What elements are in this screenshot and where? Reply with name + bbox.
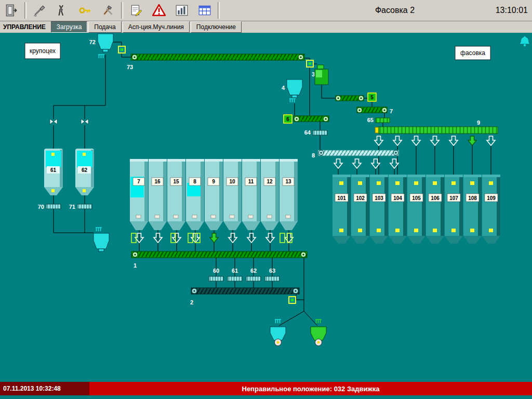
tab-zagruzka[interactable]: Загрузка bbox=[51, 21, 88, 33]
silo-106[interactable]: 106 bbox=[426, 175, 444, 244]
window-title: Фасовка 2 bbox=[322, 6, 468, 15]
valve-70[interactable] bbox=[46, 204, 61, 209]
silo-108[interactable]: 108 bbox=[463, 175, 482, 244]
valve-71[interactable] bbox=[77, 204, 92, 209]
gate-64[interactable] bbox=[313, 130, 327, 135]
hopper-72[interactable] bbox=[98, 34, 113, 52]
silo-107[interactable]: 107 bbox=[445, 175, 463, 244]
aspirator-icon bbox=[275, 320, 281, 323]
silo-label: 109 bbox=[487, 195, 496, 201]
label-70: 70 bbox=[38, 204, 44, 210]
alarm-message[interactable]: Неправильное положение: 032 Задвижка bbox=[89, 382, 532, 395]
key-button[interactable] bbox=[74, 1, 97, 20]
conveyor-8[interactable] bbox=[318, 150, 399, 156]
silo-center-3[interactable]: 15 bbox=[167, 159, 185, 230]
conveyor-73[interactable] bbox=[131, 54, 304, 60]
tab-aspiraciya[interactable]: Асп-ция.Муч.линия bbox=[123, 21, 190, 33]
aspirator-icon bbox=[96, 228, 102, 231]
silo-label: 103 bbox=[375, 195, 383, 201]
trends-icon bbox=[175, 4, 189, 17]
valve-icon[interactable] bbox=[50, 119, 57, 124]
area-label-krupoceh: крупоцех bbox=[25, 43, 60, 59]
exit-button[interactable] bbox=[0, 1, 23, 20]
aspirator-icon bbox=[289, 99, 296, 102]
pliers-button[interactable] bbox=[51, 1, 74, 20]
silo-label: 12 bbox=[267, 179, 273, 184]
gate-63[interactable] bbox=[265, 276, 280, 281]
label-64: 64 bbox=[304, 129, 311, 136]
area-label-text: крупоцех bbox=[30, 47, 56, 55]
silo-center-7[interactable]: 11 bbox=[242, 159, 260, 230]
alarm-bell-icon[interactable] bbox=[520, 36, 530, 46]
silo-label: 10 bbox=[229, 179, 235, 184]
alarm-button[interactable] bbox=[148, 1, 170, 20]
process-diagram: крупоцех фасовка 72 73 3 4 5 7 65 6 64 9… bbox=[0, 33, 532, 382]
silo-label: 7 bbox=[137, 179, 140, 184]
gate-62[interactable] bbox=[246, 276, 261, 281]
control-menu[interactable]: УПРАВЛЕНИЕ bbox=[0, 21, 51, 33]
silo-center-9[interactable]: 13 bbox=[280, 159, 298, 230]
valve-icon[interactable] bbox=[81, 119, 88, 124]
silo-109[interactable]: 109 bbox=[482, 175, 500, 244]
sensor-box-72[interactable] bbox=[118, 46, 125, 53]
tab-podklyuchenie[interactable]: Подключение bbox=[191, 21, 242, 33]
silo-label: 9 bbox=[212, 179, 215, 184]
label-6: 6 bbox=[286, 116, 289, 122]
toolbar-separator bbox=[218, 2, 220, 19]
silo-center-6[interactable]: 10 bbox=[223, 159, 242, 230]
silo-label: 105 bbox=[412, 195, 421, 201]
box-5[interactable]: 5 bbox=[368, 93, 376, 101]
discharge-cart-left[interactable] bbox=[270, 327, 286, 346]
silo-center-1[interactable]: 7 bbox=[130, 159, 148, 230]
clock: 13:10:01 bbox=[496, 6, 528, 15]
tab-podacha[interactable]: Подача bbox=[88, 21, 121, 33]
status-datetime: 07.11.2013 10:32:48 bbox=[0, 382, 89, 395]
conveyor-2[interactable] bbox=[191, 288, 299, 294]
silo-center-5[interactable]: 9 bbox=[205, 159, 223, 230]
silo-105[interactable]: 105 bbox=[407, 175, 425, 244]
silo-103[interactable]: 103 bbox=[370, 175, 388, 244]
silo-102[interactable]: 102 bbox=[351, 175, 369, 244]
elevator-head[interactable] bbox=[315, 65, 328, 85]
trends-button[interactable] bbox=[170, 1, 193, 20]
box-6[interactable]: 6 bbox=[284, 115, 292, 123]
pliers-icon bbox=[56, 4, 69, 17]
label-8: 8 bbox=[312, 152, 315, 158]
aspirator-icon bbox=[98, 55, 104, 58]
sensor-box-3[interactable] bbox=[307, 60, 313, 67]
label-73: 73 bbox=[127, 64, 133, 70]
silo-104[interactable]: 104 bbox=[389, 175, 407, 244]
conveyor-65[interactable] bbox=[376, 118, 390, 123]
silo-101[interactable]: 101 bbox=[332, 175, 351, 244]
alarm-icon bbox=[152, 4, 166, 17]
hopper-left-bottom[interactable] bbox=[94, 233, 109, 251]
gate-60[interactable] bbox=[209, 276, 223, 281]
feeder-conveyor-5[interactable] bbox=[336, 96, 364, 101]
discharge-cart-right[interactable] bbox=[311, 327, 326, 346]
silo-61[interactable]: 61 bbox=[44, 149, 63, 195]
silo-center-2[interactable]: 16 bbox=[149, 159, 167, 230]
conveyor-6[interactable] bbox=[294, 116, 329, 122]
service-icon bbox=[101, 4, 115, 17]
silo-62[interactable]: 62 bbox=[75, 149, 94, 195]
label-65: 65 bbox=[367, 117, 374, 123]
sweep-button[interactable] bbox=[28, 1, 51, 20]
key-icon bbox=[78, 4, 92, 17]
gate-61[interactable] bbox=[228, 276, 242, 281]
silo-label: 11 bbox=[248, 179, 254, 184]
exit-icon bbox=[5, 4, 18, 17]
silo-label: 102 bbox=[356, 195, 365, 201]
silo-center-4[interactable]: 8 bbox=[186, 159, 204, 230]
conveyor-7[interactable] bbox=[357, 107, 387, 113]
label-63: 63 bbox=[269, 268, 275, 274]
service-button[interactable] bbox=[97, 1, 119, 20]
table-button[interactable] bbox=[193, 1, 216, 20]
sensor-box-discharge[interactable] bbox=[289, 297, 296, 303]
conveyor-1[interactable] bbox=[131, 251, 307, 258]
report-button[interactable] bbox=[125, 1, 148, 20]
silo-label: 106 bbox=[431, 195, 440, 201]
conveyor-9[interactable] bbox=[375, 127, 498, 134]
area-label-text: фасовка bbox=[460, 49, 485, 57]
hopper-4[interactable] bbox=[287, 79, 302, 98]
silo-center-8[interactable]: 12 bbox=[261, 159, 279, 230]
